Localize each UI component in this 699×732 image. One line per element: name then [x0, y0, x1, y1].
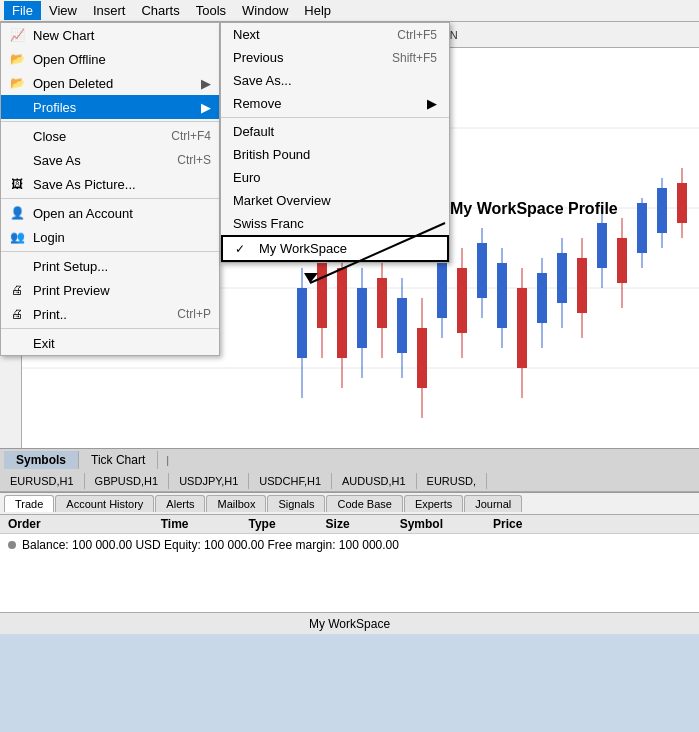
save-picture-icon: 🖼	[9, 176, 25, 192]
exit-icon	[9, 335, 25, 351]
terminal-tabs: Trade Account History Alerts Mailbox Sig…	[0, 493, 699, 515]
col-order: Order	[8, 517, 41, 531]
print-setup-icon	[9, 258, 25, 274]
menubar-window[interactable]: Window	[234, 1, 296, 20]
menu-login[interactable]: 👥 Login	[1, 225, 219, 249]
menu-new-chart-label: New Chart	[33, 28, 94, 43]
menu-exit[interactable]: Exit	[1, 331, 219, 355]
svg-rect-7	[337, 268, 347, 358]
chart-tab-symbols[interactable]: Symbols	[4, 451, 79, 469]
profile-market-overview[interactable]: Market Overview	[221, 189, 449, 212]
profile-swiss-franc[interactable]: Swiss Franc	[221, 212, 449, 235]
menu-open-offline-label: Open Offline	[33, 52, 106, 67]
profile-my-workspace[interactable]: ✓ My WorkSpace	[221, 235, 449, 262]
save-as-icon	[9, 152, 25, 168]
menubar-view[interactable]: View	[41, 1, 85, 20]
profile-british-pound[interactable]: British Pound	[221, 143, 449, 166]
chart-tabs-bar: EURUSD,H1 GBPUSD,H1 USDJPY,H1 USDCHF,H1 …	[0, 470, 699, 492]
login-icon: 👥	[9, 229, 25, 245]
menu-save-as-shortcut: Ctrl+S	[177, 153, 211, 167]
chart-bottom-tabs: Symbols Tick Chart |	[0, 448, 699, 470]
balance-row: Balance: 100 000.00 USD Equity: 100 000.…	[0, 534, 699, 556]
profile-remove-arrow: ▶	[427, 96, 437, 111]
menu-separator-2	[1, 198, 219, 199]
open-account-icon: 👤	[9, 205, 25, 221]
menu-close[interactable]: Close Ctrl+F4	[1, 124, 219, 148]
menubar-charts[interactable]: Charts	[133, 1, 187, 20]
profile-euro[interactable]: Euro	[221, 166, 449, 189]
menu-open-offline[interactable]: 📂 Open Offline	[1, 47, 219, 71]
svg-rect-23	[357, 288, 367, 348]
profile-save-as[interactable]: Save As...	[221, 69, 449, 92]
terminal-tab-codebase[interactable]: Code Base	[326, 495, 402, 512]
svg-rect-43	[677, 183, 687, 223]
statusbar: My WorkSpace	[0, 612, 699, 634]
col-type: Type	[248, 517, 275, 531]
profile-british-pound-label: British Pound	[233, 147, 310, 162]
terminal-panel: Trade Account History Alerts Mailbox Sig…	[0, 492, 699, 612]
menu-new-chart[interactable]: 📈 New Chart	[1, 23, 219, 47]
menubar-tools[interactable]: Tools	[188, 1, 234, 20]
menubar-help[interactable]: Help	[296, 1, 339, 20]
menu-open-account[interactable]: 👤 Open an Account	[1, 201, 219, 225]
terminal-tab-signals[interactable]: Signals	[267, 495, 325, 512]
terminal-tab-account-history[interactable]: Account History	[55, 495, 154, 512]
chart-tab-audusd-h1[interactable]: AUDUSD,H1	[332, 473, 417, 489]
chart-tab-eurusd-h1[interactable]: EURUSD,H1	[0, 473, 85, 489]
chart-tab-usdchf-h1[interactable]: USDCHF,H1	[249, 473, 332, 489]
menu-save-as-picture[interactable]: 🖼 Save As Picture...	[1, 172, 219, 196]
menu-open-deleted[interactable]: 📂 Open Deleted ▶	[1, 71, 219, 95]
chart-tab-eurusd-h1-2[interactable]: EURUSD,	[417, 473, 488, 489]
terminal-tab-trade[interactable]: Trade	[4, 495, 54, 512]
menu-save-picture-label: Save As Picture...	[33, 177, 136, 192]
profile-previous[interactable]: Previous Shift+F5	[221, 46, 449, 69]
menu-open-deleted-label: Open Deleted	[33, 76, 113, 91]
status-workspace: My WorkSpace	[309, 617, 390, 631]
menu-login-label: Login	[33, 230, 65, 245]
profiles-arrow: ▶	[201, 100, 211, 115]
menubar-insert[interactable]: Insert	[85, 1, 134, 20]
profile-save-as-label: Save As...	[233, 73, 292, 88]
menu-print-preview-label: Print Preview	[33, 283, 110, 298]
chart-tab-tick[interactable]: Tick Chart	[79, 451, 158, 469]
svg-rect-31	[497, 263, 507, 328]
col-price: Price	[493, 517, 522, 531]
print-preview-icon: 🖨	[9, 282, 25, 298]
menubar-file[interactable]: File	[4, 1, 41, 20]
profile-default[interactable]: Default	[221, 120, 449, 143]
chart-tab-usdjpy-h1[interactable]: USDJPY,H1	[169, 473, 249, 489]
terminal-tab-experts[interactable]: Experts	[404, 495, 463, 512]
terminal-tab-alerts[interactable]: Alerts	[155, 495, 205, 512]
workspace-checkmark: ✓	[235, 242, 251, 256]
file-menu: 📈 New Chart 📂 Open Offline 📂 Open Delete…	[0, 22, 220, 356]
menu-print[interactable]: 🖨 Print.. Ctrl+P	[1, 302, 219, 326]
profile-separator-1	[221, 117, 449, 118]
menu-close-label: Close	[33, 129, 66, 144]
profile-next[interactable]: Next Ctrl+F5	[221, 23, 449, 46]
menu-separator-1	[1, 121, 219, 122]
menu-save-as-label: Save As	[33, 153, 81, 168]
profile-remove-label: Remove	[233, 96, 281, 111]
svg-rect-11	[417, 328, 427, 388]
menu-profiles[interactable]: Profiles ▶	[1, 95, 219, 119]
svg-rect-37	[597, 223, 607, 268]
col-symbol: Symbol	[400, 517, 443, 531]
print-icon: 🖨	[9, 306, 25, 322]
profile-next-shortcut: Ctrl+F5	[397, 28, 437, 42]
svg-rect-19	[617, 238, 627, 283]
svg-rect-27	[437, 258, 447, 318]
svg-rect-39	[637, 203, 647, 253]
menu-separator-4	[1, 328, 219, 329]
terminal-tab-journal[interactable]: Journal	[464, 495, 522, 512]
svg-rect-21	[297, 288, 307, 358]
profile-swiss-franc-label: Swiss Franc	[233, 216, 304, 231]
profile-remove[interactable]: Remove ▶	[221, 92, 449, 115]
menu-save-as[interactable]: Save As Ctrl+S	[1, 148, 219, 172]
svg-rect-29	[477, 243, 487, 298]
menu-print-preview[interactable]: 🖨 Print Preview	[1, 278, 219, 302]
svg-rect-13	[457, 268, 467, 333]
menu-print-setup[interactable]: Print Setup...	[1, 254, 219, 278]
terminal-tab-mailbox[interactable]: Mailbox	[206, 495, 266, 512]
chart-tab-gbpusd-h1[interactable]: GBPUSD,H1	[85, 473, 170, 489]
col-time: Time	[161, 517, 189, 531]
